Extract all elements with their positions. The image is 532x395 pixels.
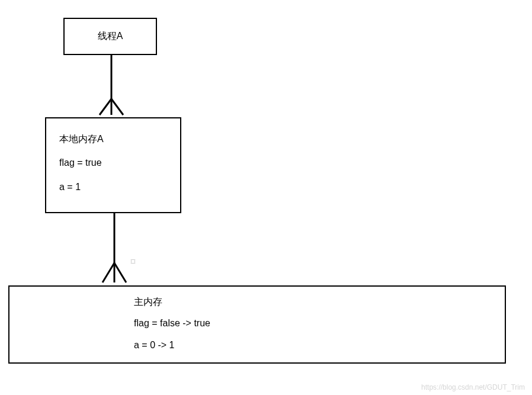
- main-memory-box: 主内存 flag = false -> true a = 0 -> 1: [8, 285, 506, 364]
- local-flag: flag = true: [59, 156, 167, 169]
- svg-line-7: [114, 263, 126, 282]
- thread-box: 线程A: [63, 18, 157, 55]
- watermark: https://blog.csdn.net/GDUT_Trim: [421, 383, 525, 391]
- svg-line-3: [111, 99, 123, 115]
- local-a: a = 1: [59, 181, 167, 194]
- main-a: a = 0 -> 1: [134, 339, 380, 352]
- main-title: 主内存: [134, 296, 380, 309]
- local-memory-box: 本地内存A flag = true a = 1: [45, 117, 181, 213]
- thread-title: 线程A: [98, 30, 123, 43]
- main-flag: flag = false -> true: [134, 317, 380, 330]
- svg-line-1: [100, 99, 111, 115]
- local-title: 本地内存A: [59, 133, 167, 146]
- arrow-local-to-main: [92, 213, 139, 287]
- cursor-mark: [131, 259, 135, 264]
- svg-line-5: [102, 263, 114, 282]
- arrow-thread-to-local: [89, 54, 136, 120]
